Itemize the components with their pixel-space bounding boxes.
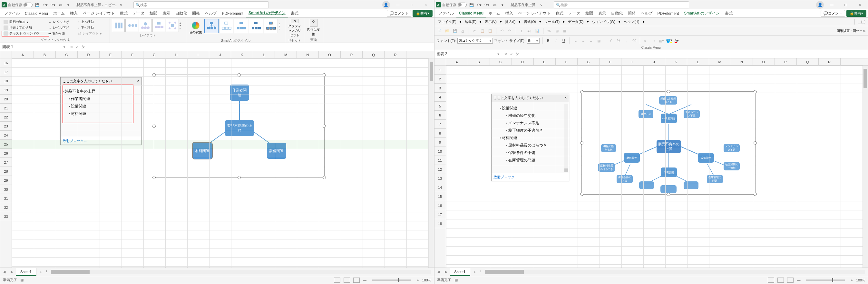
row-header[interactable]: 28	[0, 167, 11, 176]
col-header[interactable]: L	[687, 58, 709, 65]
row-header[interactable]: 5	[434, 102, 446, 111]
layout-gallery[interactable]: → ▴▾▿	[112, 19, 184, 32]
tab-format[interactable]: 書式	[722, 9, 735, 18]
tab-formulas[interactable]: 数式	[553, 9, 566, 18]
tab-formulas[interactable]: 数式	[117, 9, 130, 18]
sheet-tab[interactable]: Sheet1	[450, 268, 471, 276]
col-header[interactable]: O	[319, 51, 341, 58]
col-header[interactable]: N	[297, 51, 319, 58]
sa-node-l3[interactable]: 保管条件の不備	[617, 175, 633, 183]
smartart-canvas[interactable]: 製品不良率の上昇 作業者関連 設備関連 材料関連 環境要因 操作による操作ミス …	[582, 91, 755, 195]
cm-tools[interactable]: ツール(T)	[543, 19, 561, 24]
col-header[interactable]: E	[100, 51, 122, 58]
tab-data[interactable]: データ	[566, 9, 583, 18]
fill-color-icon[interactable]: 🪣▾	[666, 37, 672, 44]
user-avatar-icon[interactable]: 👤	[816, 1, 824, 9]
row-header[interactable]: 16	[0, 58, 11, 67]
textpane-close-icon[interactable]: ×	[565, 95, 567, 101]
promote-button[interactable]: ← レベル上げ	[47, 19, 70, 25]
smartart-canvas[interactable]: 作業者関連 製品不良率の上昇 材料関連 設備関連	[154, 75, 324, 178]
underline-button[interactable]: U	[560, 37, 567, 44]
sa-node-l3[interactable]	[639, 181, 654, 189]
col-header[interactable]: K	[231, 51, 253, 58]
qat-undo-icon[interactable]: ↶▾	[476, 1, 483, 8]
font-size-select[interactable]: 5+▾	[527, 38, 539, 44]
row-header[interactable]: 9	[434, 138, 446, 147]
autosave-toggle[interactable]: 自動保存	[8, 3, 33, 7]
row-header[interactable]: 33	[0, 212, 11, 221]
add-shape-button[interactable]: 図形の追加 ▾	[2, 19, 41, 25]
confirm-icon[interactable]: ✓	[510, 52, 513, 56]
row-header[interactable]: 17	[434, 210, 446, 219]
italic-button[interactable]: I	[553, 37, 559, 44]
tab-smartart-design[interactable]: SmartArt のデザイン	[681, 9, 722, 18]
shape-tool-button[interactable]	[855, 19, 866, 25]
row-header[interactable]: 6	[434, 111, 446, 120]
tab-smartart-design[interactable]: SmartArt のデザイン	[246, 9, 288, 18]
tab-dev[interactable]: 開発	[625, 9, 638, 18]
cut-icon[interactable]: ✂	[471, 28, 478, 34]
zoom-in-icon[interactable]: +	[850, 278, 852, 282]
row-header[interactable]: 27	[0, 158, 11, 167]
col-header[interactable]: H	[165, 51, 187, 58]
row-header[interactable]: 8	[434, 129, 446, 138]
cm-data[interactable]: データ(D)	[567, 19, 585, 24]
fx-icon[interactable]: fx	[516, 52, 519, 56]
tab-view[interactable]: 表示	[596, 9, 609, 18]
merge-icon[interactable]: ▦	[596, 37, 602, 44]
col-header[interactable]: D	[78, 51, 100, 58]
qat-print-icon[interactable]: ▭	[491, 1, 498, 8]
row-header[interactable]: 18	[0, 77, 11, 86]
minimize-button[interactable]: —	[825, 0, 838, 9]
zoom-level[interactable]: 100%	[422, 278, 431, 282]
maximize-button[interactable]: □	[839, 0, 852, 9]
tab-view[interactable]: 表示	[160, 9, 173, 18]
view-break-icon[interactable]	[787, 278, 794, 283]
tab-review[interactable]: 校閲	[147, 9, 160, 18]
col-header[interactable]: B	[468, 58, 490, 65]
save-icon[interactable]: 💾	[452, 28, 458, 34]
row-header[interactable]: 24	[0, 131, 11, 140]
col-header[interactable]: G	[578, 58, 599, 65]
col-header[interactable]: H	[599, 58, 621, 65]
col-header[interactable]: F	[122, 51, 144, 58]
view-break-icon[interactable]	[353, 278, 360, 283]
sheet-nav-prev-icon[interactable]: ◀	[434, 270, 442, 274]
name-box[interactable]: 図表 2▼	[434, 50, 502, 58]
move-down-button[interactable]: ↓ 下へ移動	[77, 25, 103, 31]
zoom-out-icon[interactable]: —	[363, 278, 367, 282]
add-bullet-button[interactable]: 行頭文字の追加	[2, 25, 41, 31]
row-header[interactable]: 4	[434, 93, 446, 102]
convert-button[interactable]: ◇図形に変換	[306, 19, 321, 36]
row-header[interactable]: 2	[434, 75, 446, 84]
tab-data[interactable]: データ	[130, 9, 147, 18]
tab-help[interactable]: ヘルプ	[203, 9, 219, 18]
select-all-corner[interactable]	[0, 51, 12, 58]
print-icon[interactable]: 🖨	[460, 28, 466, 34]
col-header[interactable]: N	[731, 58, 753, 65]
undo2-icon[interactable]: ↶	[499, 28, 505, 34]
view-layout-icon[interactable]	[777, 278, 784, 283]
view-normal-icon[interactable]	[768, 278, 774, 283]
row-header[interactable]: 11	[434, 156, 446, 165]
col-header[interactable]: O	[753, 58, 775, 65]
textpane-item[interactable]: 材料関連	[63, 110, 139, 117]
tab-pdfelement[interactable]: PDFelement	[219, 9, 246, 18]
row-header[interactable]: 15	[434, 192, 446, 201]
row-header[interactable]: 26	[0, 149, 11, 158]
sa-node-l2[interactable]: 環境要因	[661, 168, 677, 177]
autosave-toggle[interactable]: 自動保存	[442, 3, 467, 7]
row-header[interactable]: 30	[0, 185, 11, 194]
tab-classic[interactable]: Classic Menu	[22, 9, 51, 18]
chart-icon[interactable]: 📊	[534, 28, 540, 34]
qat-save-icon[interactable]: 💾	[34, 1, 41, 8]
col-header[interactable]: R	[384, 51, 406, 58]
minimize-button[interactable]: —	[391, 0, 404, 9]
share-button[interactable]: 🔒 共有 ▾	[846, 10, 866, 17]
bold-button[interactable]: B	[545, 37, 552, 44]
add-sheet-button[interactable]: +	[470, 270, 478, 274]
indent-inc-icon[interactable]: ⇥	[650, 37, 657, 44]
zoom-level[interactable]: 100%	[856, 278, 865, 282]
tab-home[interactable]: ホーム	[51, 9, 67, 18]
new-icon[interactable]: 📄	[436, 28, 443, 34]
